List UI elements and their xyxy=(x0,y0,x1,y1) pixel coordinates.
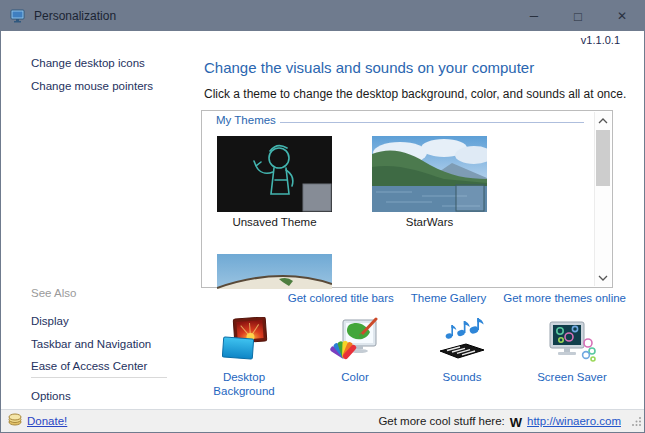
sidebar-divider xyxy=(31,377,167,378)
theme-name: Unsaved Theme xyxy=(217,216,332,228)
link-theme-gallery[interactable]: Theme Gallery xyxy=(411,292,486,304)
theme-item-starwars[interactable]: StarWars xyxy=(372,136,487,228)
color-label: Color xyxy=(299,370,411,384)
theme-thumbnail-unsaved xyxy=(217,136,332,212)
footer-bar: Donate! Get more cool stuff here: W http… xyxy=(1,409,644,432)
theme-links-row: Get colored title bars Theme Gallery Get… xyxy=(288,292,626,304)
desktop-background-button[interactable]: Desktop Background xyxy=(188,317,300,398)
sounds-label: Sounds xyxy=(406,370,518,384)
sidebar-link-options[interactable]: Options xyxy=(31,390,71,402)
scrollbar-thumb[interactable] xyxy=(596,130,610,186)
sounds-icon xyxy=(406,317,518,365)
themes-listbox: My Themes Unsaved Theme xyxy=(201,110,613,288)
app-version: v1.1.0.1 xyxy=(581,34,620,46)
winaero-link[interactable]: http://winaero.com xyxy=(527,415,621,427)
footer-promo-text: Get more cool stuff here: xyxy=(378,415,504,427)
donate-coins-icon xyxy=(8,412,23,430)
sidebar-link-change-desktop-icons[interactable]: Change desktop icons xyxy=(31,57,145,69)
screen-saver-button[interactable]: Screen Saver xyxy=(516,317,628,384)
theme-thumbnail-partial xyxy=(217,254,332,289)
close-button[interactable]: ✕ xyxy=(600,1,644,31)
theme-thumbnail-starwars xyxy=(372,136,487,212)
desktop-background-label: Desktop Background xyxy=(203,370,285,398)
themes-group-label: My Themes xyxy=(213,114,279,126)
color-button[interactable]: Color xyxy=(299,317,411,384)
screen-saver-label: Screen Saver xyxy=(516,370,628,384)
personalization-window: Personalization – □ ✕ v1.1.0.1 Change de… xyxy=(0,0,645,433)
sidebar-link-taskbar[interactable]: Taskbar and Navigation xyxy=(31,338,151,350)
group-divider-line xyxy=(280,122,584,123)
color-icon xyxy=(299,317,411,365)
scrollbar-up-button[interactable] xyxy=(595,112,611,129)
theme-name: StarWars xyxy=(372,216,487,228)
title-bar: Personalization – □ ✕ xyxy=(1,1,644,31)
link-get-more-themes-online[interactable]: Get more themes online xyxy=(503,292,626,304)
screen-saver-icon xyxy=(516,317,628,365)
sidebar-link-ease-of-access[interactable]: Ease of Access Center xyxy=(31,360,147,372)
themes-scrollbar[interactable] xyxy=(594,112,611,286)
desktop-background-icon xyxy=(188,317,300,365)
donate-link[interactable]: Donate! xyxy=(27,415,67,427)
see-also-header: See Also xyxy=(31,287,76,299)
maximize-button[interactable]: □ xyxy=(556,1,600,31)
window-title: Personalization xyxy=(34,9,116,23)
page-subtitle: Click a theme to change the desktop back… xyxy=(204,87,626,101)
sidebar-link-change-mouse-pointers[interactable]: Change mouse pointers xyxy=(31,80,153,92)
app-monitor-icon xyxy=(10,8,26,24)
link-get-colored-title-bars[interactable]: Get colored title bars xyxy=(288,292,394,304)
theme-item-partial[interactable] xyxy=(217,254,332,289)
sounds-button[interactable]: Sounds xyxy=(406,317,518,384)
scrollbar-down-button[interactable] xyxy=(595,269,611,286)
page-title: Change the visuals and sounds on your co… xyxy=(204,59,534,76)
minimize-button[interactable]: – xyxy=(512,1,556,31)
sidebar-link-display[interactable]: Display xyxy=(31,315,69,327)
theme-item-unsaved[interactable]: Unsaved Theme xyxy=(217,136,332,228)
resize-grip[interactable] xyxy=(632,412,642,430)
winaero-logo-icon: W xyxy=(510,413,522,429)
